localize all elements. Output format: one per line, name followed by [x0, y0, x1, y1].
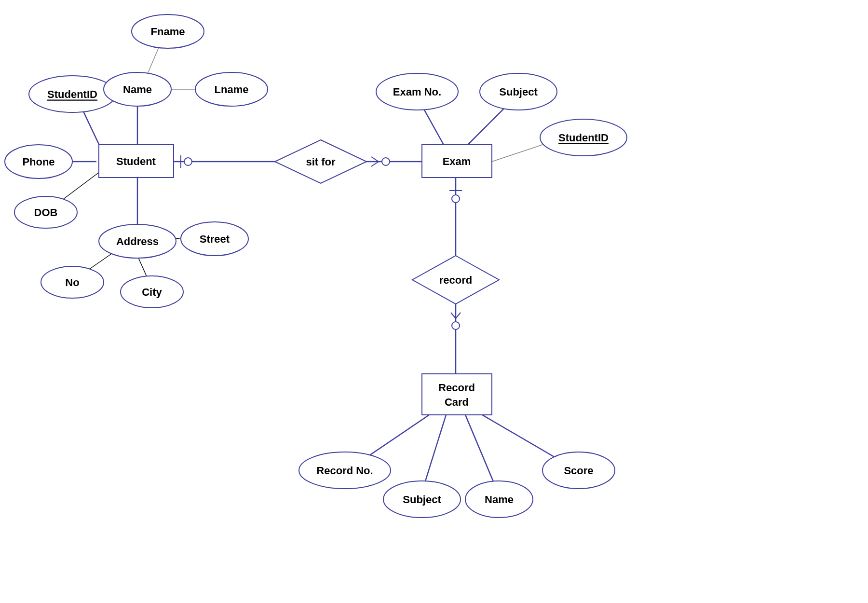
- relationship-record: record: [412, 256, 499, 304]
- svg-text:Phone: Phone: [22, 156, 54, 168]
- svg-point-2: [382, 158, 390, 165]
- attr-student-fname: Fname: [132, 14, 204, 48]
- svg-point-4: [452, 195, 460, 203]
- attr-student-name: Name: [104, 72, 171, 106]
- svg-text:StudentID: StudentID: [558, 132, 609, 144]
- er-diagram: Student Exam Record Card sit for record …: [0, 0, 868, 603]
- svg-text:Street: Street: [200, 233, 230, 245]
- conn-rc-subject: [423, 415, 446, 487]
- svg-text:Exam No.: Exam No.: [393, 86, 441, 98]
- conn-address-city: [137, 256, 147, 277]
- svg-text:Fname: Fname: [151, 26, 185, 38]
- attr-student-no: No: [41, 266, 104, 298]
- conn-exam-studentid: [492, 142, 550, 162]
- entity-record-card: Record Card: [422, 374, 492, 415]
- attr-student-street: Street: [181, 222, 248, 256]
- svg-text:Exam: Exam: [443, 155, 471, 167]
- svg-text:City: City: [142, 286, 162, 298]
- svg-point-5: [452, 322, 460, 329]
- svg-text:record: record: [439, 274, 472, 286]
- attr-rc-score: Score: [542, 452, 615, 489]
- attr-student-studentid: StudentID: [29, 76, 116, 112]
- relationship-sit-for: sit for: [275, 140, 366, 183]
- svg-text:Address: Address: [116, 235, 159, 247]
- svg-rect-10: [422, 374, 492, 415]
- attr-rc-name: Name: [465, 481, 533, 518]
- entity-exam: Exam: [422, 145, 492, 178]
- attr-student-address: Address: [99, 224, 176, 258]
- entity-student: Student: [99, 145, 174, 178]
- svg-text:Record: Record: [438, 382, 475, 394]
- svg-point-1: [184, 158, 192, 165]
- attr-student-city: City: [121, 276, 183, 308]
- svg-text:sit for: sit for: [306, 156, 336, 168]
- svg-text:DOB: DOB: [34, 206, 58, 219]
- attr-student-dob: DOB: [14, 196, 77, 228]
- svg-text:Record No.: Record No.: [316, 465, 373, 477]
- attr-student-phone: Phone: [5, 145, 72, 178]
- attr-rc-recordno: Record No.: [299, 452, 391, 489]
- attr-exam-studentid: StudentID: [540, 119, 627, 156]
- svg-text:Name: Name: [485, 493, 514, 506]
- svg-text:Score: Score: [564, 465, 593, 477]
- attr-rc-subject: Subject: [383, 481, 461, 518]
- svg-text:Subject: Subject: [403, 493, 441, 506]
- svg-text:StudentID: StudentID: [47, 88, 97, 100]
- attr-exam-examno: Exam No.: [376, 73, 458, 110]
- svg-text:Lname: Lname: [215, 83, 249, 96]
- svg-text:Student: Student: [116, 155, 156, 167]
- svg-text:Name: Name: [123, 83, 152, 96]
- attr-student-lname: Lname: [195, 72, 268, 106]
- conn-rc-name: [465, 415, 496, 487]
- attr-exam-subject: Subject: [480, 73, 557, 110]
- svg-text:No: No: [65, 276, 79, 288]
- svg-text:Subject: Subject: [499, 86, 538, 98]
- svg-text:Card: Card: [445, 396, 469, 408]
